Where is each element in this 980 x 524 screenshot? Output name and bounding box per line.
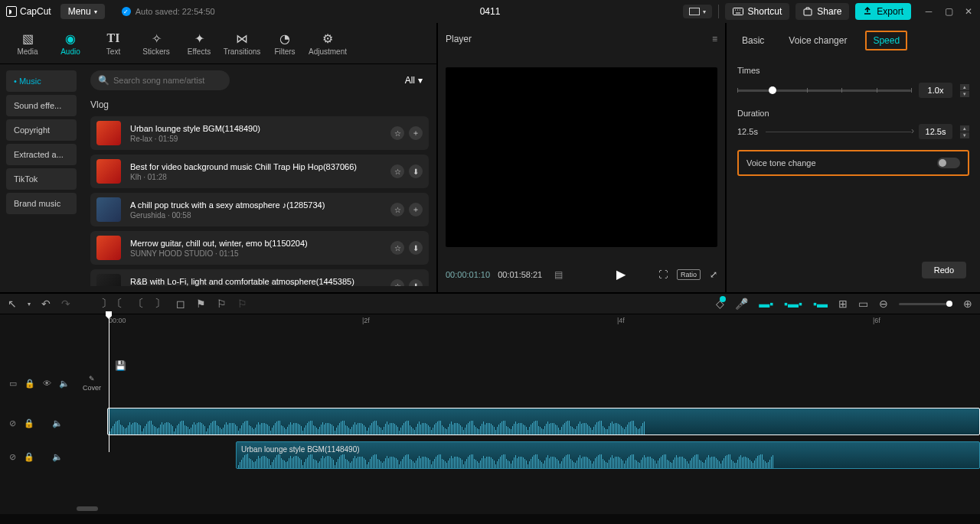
song-item[interactable]: Urban lounge style BGM(1148490) Re-lax ·… [90, 116, 429, 150]
download-button[interactable]: ⬇ [409, 241, 423, 255]
zoom-out-button[interactable]: ⊖ [879, 298, 888, 310]
clip-label: Urban lounge style BGM(1148490) [241, 445, 360, 454]
timeline-scrollbar[interactable] [77, 506, 980, 511]
speed-slider[interactable] [737, 90, 911, 92]
duration-step-down[interactable]: ▾ [960, 132, 969, 138]
inspector-tab-voice-changer[interactable]: Voice changer [782, 32, 853, 49]
favorite-button[interactable]: ☆ [390, 164, 404, 178]
link-tool-3[interactable]: ▪▬ [813, 298, 828, 310]
download-button[interactable]: ⬇ [409, 279, 423, 286]
duration-left: 12.5s [737, 127, 758, 136]
song-item[interactable]: Best for video background music Chill Tr… [90, 155, 429, 188]
split-tool[interactable]: 〕〔 [101, 297, 122, 311]
selection-tool[interactable]: ↖ [8, 298, 17, 310]
sidebar-item-brand-music[interactable]: Brand music [6, 193, 77, 214]
slider-thumb[interactable] [769, 86, 776, 94]
split-right-tool[interactable]: 〕 [155, 297, 165, 311]
sidebar-item-copyright[interactable]: Copyright [6, 119, 77, 141]
download-button[interactable]: ⬇ [409, 164, 423, 178]
stack-tool[interactable]: ▭ [858, 298, 868, 310]
favorite-button[interactable]: ☆ [390, 126, 404, 140]
cover-button[interactable]: ✎ Cover [77, 375, 107, 392]
audio-clip-2[interactable]: Urban lounge style BGM(1148490) [236, 441, 980, 469]
timeline-ruler[interactable]: 00:00|2f|4f|6f [107, 314, 980, 330]
audio-clip-1[interactable] [107, 408, 980, 435]
sidebar-item-extracted[interactable]: Extracted a... [6, 144, 77, 165]
track-mute-icon[interactable]: 🔈 [59, 379, 70, 389]
duration-slider[interactable] [766, 132, 911, 132]
link-tool-1[interactable]: ▬▪ [759, 298, 773, 310]
duration-value[interactable]: 12.5s [919, 124, 952, 139]
bookmark-tool[interactable]: ⚑ [196, 298, 206, 310]
play-button[interactable]: ▶ [616, 267, 626, 282]
song-item[interactable]: A chill pop truck with a sexy atmosphere… [90, 193, 429, 226]
speed-value[interactable]: 1.0x [919, 83, 952, 98]
zoom-thumb[interactable] [946, 301, 952, 307]
ratio-button[interactable]: Ratio [677, 269, 701, 280]
undo-button[interactable]: ↶ [41, 298, 51, 310]
player-menu-icon[interactable]: ≡ [712, 34, 717, 44]
list-icon[interactable]: ▤ [554, 269, 563, 280]
link-tool-2[interactable]: ▪▬▪ [784, 298, 802, 310]
track-lock-icon[interactable]: 🔒 [24, 379, 35, 389]
filter-all-button[interactable]: All ▾ [399, 72, 429, 89]
add-button[interactable]: ＋ [409, 203, 423, 216]
split-left-tool[interactable]: 〔 [133, 297, 144, 311]
playhead[interactable] [109, 314, 109, 452]
speed-step-down[interactable]: ▾ [960, 91, 969, 97]
track-mute-icon[interactable]: 🔈 [52, 452, 63, 462]
close-button[interactable]: ✕ [963, 6, 974, 17]
track-mute-icon[interactable]: 🔈 [52, 418, 63, 428]
sidebar-item-music[interactable]: • Music [6, 70, 77, 92]
save-frame-icon[interactable]: 💾 [115, 360, 126, 371]
track-disable-icon[interactable]: ⊘ [9, 452, 16, 462]
zoom-in-button[interactable]: ⊕ [963, 298, 972, 310]
voice-tone-toggle[interactable] [937, 158, 960, 168]
marker-tool[interactable]: ⚐ [217, 298, 227, 310]
search-input[interactable] [90, 70, 230, 90]
tab-filters[interactable]: ◔Filters [263, 28, 306, 59]
speed-step-up[interactable]: ▴ [960, 84, 969, 90]
inspector-tab-speed[interactable]: Speed [865, 31, 907, 50]
maximize-button[interactable]: ▢ [943, 6, 954, 17]
add-button[interactable]: ＋ [409, 126, 423, 140]
song-item[interactable]: R&B with Lo-Fi, light and comfortable at… [90, 269, 429, 286]
track-disable-icon[interactable]: ⊘ [9, 418, 16, 428]
inspector-tab-basic[interactable]: Basic [736, 32, 770, 49]
shortcut-button[interactable]: Shortcut [725, 3, 790, 20]
song-title: A chill pop truck with a sexy atmosphere… [130, 200, 381, 210]
favorite-button[interactable]: ☆ [390, 279, 404, 286]
tab-transitions[interactable]: ⋈Transitions [220, 28, 263, 59]
favorite-button[interactable]: ☆ [390, 203, 404, 216]
aspect-ratio-button[interactable]: ▾ [683, 5, 712, 18]
tab-media[interactable]: ▧Media [6, 28, 49, 59]
favorite-button[interactable]: ☆ [390, 241, 404, 255]
song-meta: Re-lax · 01:59 [130, 135, 381, 143]
minimize-button[interactable]: ─ [923, 6, 934, 17]
duration-step-up[interactable]: ▴ [960, 125, 969, 132]
zoom-slider[interactable] [899, 303, 952, 305]
track-lock-icon[interactable]: 🔒 [24, 452, 34, 462]
share-button[interactable]: Share [795, 3, 849, 20]
sidebar-item-sound-effects[interactable]: Sound effe... [6, 95, 77, 116]
crop-tool[interactable]: ◻ [176, 298, 185, 310]
track-lock-icon[interactable]: 🔒 [24, 418, 34, 428]
track-expand-icon[interactable]: ▭ [9, 379, 17, 389]
tab-adjustment[interactable]: ⚙Adjustment [306, 28, 349, 59]
tab-stickers[interactable]: ✧Stickers [135, 28, 178, 59]
menu-button[interactable]: Menu ▾ [60, 4, 105, 19]
export-button[interactable]: Export [855, 3, 911, 20]
redo-button-tl[interactable]: ↷ [61, 298, 70, 310]
redo-button[interactable]: Redo [922, 262, 966, 278]
selection-dropdown-icon[interactable]: ▾ [28, 301, 31, 308]
sidebar-item-tiktok[interactable]: TikTok [6, 168, 77, 190]
tab-text[interactable]: TIText [92, 28, 135, 59]
song-item[interactable]: Merrow guitar, chill out, winter, emo b(… [90, 231, 429, 265]
scan-icon[interactable]: ⛶ [658, 269, 668, 280]
track-visibility-icon[interactable]: 👁 [43, 379, 51, 388]
tab-audio[interactable]: ◉Audio [49, 28, 92, 59]
fullscreen-icon[interactable]: ⤢ [710, 269, 717, 280]
mic-tool[interactable]: 🎤 [735, 298, 748, 310]
tab-effects[interactable]: ✦Effects [178, 28, 220, 59]
align-tool[interactable]: ⊞ [838, 298, 848, 310]
